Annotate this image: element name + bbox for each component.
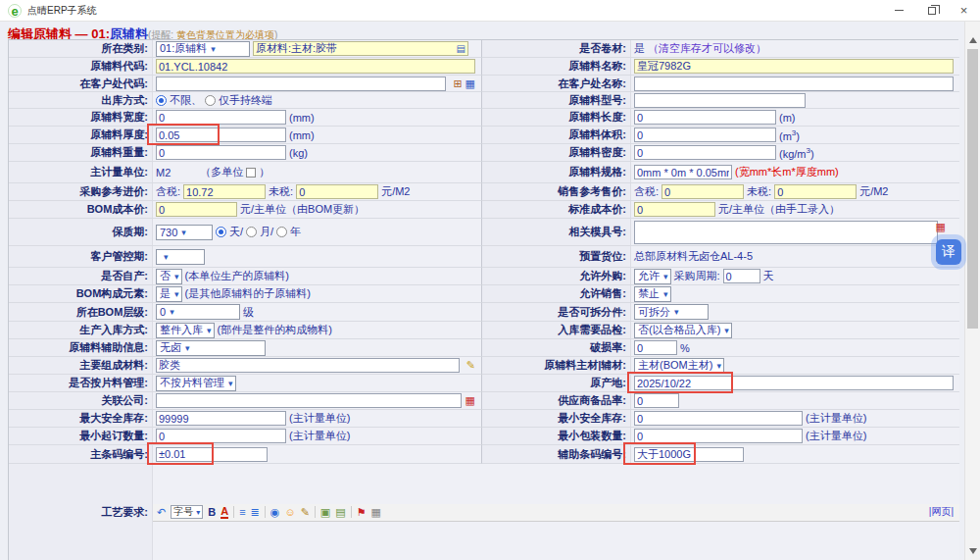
bom-cost-input[interactable] (156, 202, 237, 217)
allow-sale-select[interactable]: 禁止 (634, 286, 671, 302)
restore-button[interactable] (915, 0, 948, 22)
row-length: 原辅料长度: (m) (481, 109, 959, 127)
row-main-barcode: 主条码编号: (9, 445, 481, 464)
volume-input[interactable] (634, 127, 776, 142)
row-volume: 原辅料体积: (m3) (481, 127, 959, 144)
font-color-icon[interactable]: A (220, 506, 228, 519)
undo-icon[interactable]: ↶ (157, 507, 166, 518)
row-outbound-mode: 出库方式: 不限、 仅手持终端 (9, 92, 481, 109)
material-code-input[interactable] (156, 59, 475, 74)
sale-price-tax-input[interactable] (662, 184, 744, 199)
app-logo-icon: e (8, 4, 22, 18)
row-purchase-price: 采购参考进价: 含税: 未税: 元/M2 (9, 183, 481, 201)
minimize-icon (895, 10, 904, 11)
sheet-mgmt-select[interactable]: 不按片料管理 (156, 376, 236, 391)
customer-code-input[interactable] (156, 76, 446, 91)
row-min-order: 最小起订数量: (主计量单位) (9, 428, 481, 445)
shelf-day-radio[interactable] (216, 227, 226, 237)
row-weight: 原辅料重量: (kg) (9, 144, 481, 162)
annotation-box-aux-barcode (623, 442, 696, 465)
font-size-select[interactable]: 字号 (171, 505, 203, 519)
supplier-rate-input[interactable] (634, 393, 679, 408)
toolbar-separator (315, 506, 316, 518)
bom-element-select[interactable]: 是 (156, 286, 182, 302)
upload-image-icon[interactable]: ▤ (335, 507, 345, 518)
insert-image-icon[interactable]: ▣ (320, 507, 330, 518)
row-splittable: 是否可拆分件: 可拆分 (481, 303, 959, 322)
outbound-handheld-radio[interactable] (205, 95, 216, 106)
row-main-unit: 主计量单位: M2 （多单位 ） (9, 162, 481, 183)
length-input[interactable] (634, 110, 776, 125)
toolbar-separator (351, 506, 352, 518)
scroll-up-button[interactable] (969, 37, 977, 43)
align-icon[interactable]: ≡ (239, 507, 245, 518)
shelf-year-radio[interactable] (276, 227, 287, 237)
shelf-month-radio[interactable] (246, 227, 257, 237)
pick-image-icon[interactable]: ▦ (466, 77, 475, 90)
paste-icon[interactable]: ⊞ (453, 77, 462, 90)
row-density: 原辅料密度: (kg/m3) (481, 144, 959, 162)
outbound-unlimited-radio[interactable] (156, 95, 167, 106)
bom-level-select[interactable]: 0 (156, 304, 240, 320)
category-picker-icon[interactable]: ▤ (457, 43, 466, 54)
multi-unit-checkbox[interactable] (246, 168, 256, 178)
min-order-input[interactable] (156, 429, 286, 443)
close-button[interactable]: × (948, 0, 980, 22)
purchase-price-notax-input[interactable] (296, 184, 378, 199)
spec-input[interactable] (634, 165, 732, 179)
smiley-icon[interactable]: ☺ (284, 507, 295, 518)
bold-icon[interactable]: B (208, 507, 216, 518)
row-related-company: 关联公司: ▦ (9, 392, 481, 410)
weight-input[interactable] (156, 145, 286, 160)
material-name-input[interactable] (634, 59, 954, 74)
std-cost-input[interactable] (634, 202, 715, 217)
customer-name-input[interactable] (634, 76, 954, 91)
width-input[interactable] (156, 110, 286, 125)
category-path-field[interactable]: 原材料:主材:胶带 ▤ (253, 41, 468, 56)
row-sheet-mgmt: 是否按片料管理: 不按片料管理 (9, 375, 481, 392)
splittable-select[interactable]: 可拆分 (634, 304, 709, 320)
inspection-select[interactable]: 否(以合格品入库) (634, 323, 732, 338)
main-unit-value: M2 (156, 167, 171, 178)
min-package-input[interactable] (634, 429, 803, 443)
flag-icon[interactable]: ⚑ (357, 507, 367, 518)
model-input[interactable] (634, 93, 806, 108)
allow-purchase-select[interactable]: 允许 (634, 269, 671, 284)
purchase-cycle-input[interactable] (723, 269, 760, 283)
scrollbar-thumb[interactable] (967, 49, 978, 329)
material-edit-form: 所在类别: 01:原辅料 原材料:主材:胶带 ▤ 是否卷材: 是 （清空库存才可… (8, 39, 958, 560)
company-clear-icon[interactable]: ▦ (466, 394, 475, 407)
translate-button[interactable]: 译 (936, 239, 961, 265)
link-globe-icon[interactable]: ◉ (270, 507, 280, 518)
row-production-inbound: 生产入库方式: 整件入库 (部件是整件的构成物料) (9, 322, 481, 339)
customer-control-select[interactable] (156, 249, 205, 265)
max-safe-stock-input[interactable] (156, 411, 286, 426)
damage-rate-input[interactable] (634, 340, 677, 355)
production-inbound-select[interactable]: 整件入库 (156, 323, 215, 338)
shelf-life-select[interactable]: 730 (156, 225, 213, 240)
category-select[interactable]: 01:原辅料 (156, 41, 250, 57)
webpage-mode-link[interactable]: |网页| (929, 505, 954, 519)
density-input[interactable] (634, 145, 776, 160)
scroll-down-button[interactable] (969, 548, 977, 554)
min-safe-stock-input[interactable] (634, 411, 803, 426)
related-company-input[interactable] (156, 393, 462, 408)
list-icon[interactable]: ≣ (251, 507, 260, 518)
edit-material-icon[interactable]: ✎ (466, 359, 475, 372)
toolbar-separator (233, 506, 234, 518)
row-sale-price: 销售参考售价: 含税: 未税: 元/M2 (481, 183, 959, 201)
edit-html-icon[interactable]: ✎ (301, 507, 310, 518)
mold-no-textarea[interactable] (634, 221, 938, 244)
row-shelf-life: 保质期: 730 天/ 月/ 年 (9, 219, 481, 246)
main-material-input[interactable] (156, 358, 460, 373)
row-damage-rate: 破损率: % (481, 339, 959, 357)
purchase-price-tax-input[interactable] (183, 184, 266, 199)
minimize-button[interactable] (883, 0, 915, 22)
sale-price-notax-input[interactable] (774, 184, 857, 199)
save-icon[interactable]: ▦ (371, 507, 381, 518)
restore-icon (928, 7, 936, 15)
self-produced-select[interactable]: 否 (156, 269, 182, 284)
mold-clear-icon[interactable]: ▦ (936, 221, 946, 233)
row-customer-code: 在客户处代码: ⊞ ▦ (9, 76, 481, 92)
aux-info-select[interactable]: 无卤 (156, 340, 266, 356)
